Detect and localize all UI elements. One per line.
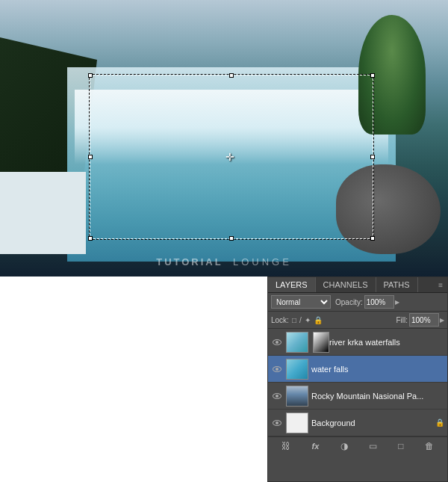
tab-channels[interactable]: CHANNELS: [316, 277, 376, 292]
watermark-lounge: LOUNGE: [233, 256, 292, 268]
layer-row[interactable]: Background 🔒: [268, 410, 447, 436]
opacity-input[interactable]: [364, 295, 394, 309]
handle-mr[interactable]: [370, 155, 375, 159]
lock-transparent-icon[interactable]: □: [292, 316, 296, 324]
layer-effects-button[interactable]: fx: [308, 440, 322, 452]
handle-bl[interactable]: [88, 236, 93, 241]
thumb-img-1: [287, 333, 308, 352]
layer-row[interactable]: Rocky Mountain Nasional Pa...: [268, 383, 447, 410]
layer-row[interactable]: water falls: [268, 356, 447, 383]
selection-box: ✛: [90, 75, 373, 239]
layers-list: river krka waterfalls water falls Rocky …: [268, 329, 447, 436]
opacity-label: Opacity:: [335, 298, 363, 306]
white-area: [0, 172, 86, 254]
panel-tabs: LAYERS CHANNELS PATHS ≡: [268, 277, 447, 293]
layer-name-4: Background: [311, 418, 432, 427]
blend-mode-select[interactable]: Normal Dissolve Multiply Screen Overlay: [271, 295, 331, 309]
layer-visibility-1[interactable]: [271, 336, 283, 348]
thumb-img-2: [287, 359, 308, 379]
delete-layer-button[interactable]: 🗑: [422, 439, 437, 453]
lock-image-icon[interactable]: /: [299, 316, 302, 324]
canvas-area: ✛ TUTORIAL LOUNGE: [0, 0, 448, 276]
lock-all-icon[interactable]: 🔒: [314, 316, 323, 324]
layer-thumb-4: [286, 413, 308, 433]
move-icon: ✛: [225, 151, 234, 163]
lock-position-icon[interactable]: ✦: [305, 316, 311, 324]
panel-footer: ⛓ fx ◑ ▭ □ 🗑: [268, 436, 447, 455]
layer-mask-1: [313, 332, 329, 353]
thumb-img-3: [287, 386, 308, 406]
handle-tr[interactable]: [370, 73, 375, 78]
layer-lock-4: 🔒: [435, 418, 444, 427]
layer-visibility-2[interactable]: [271, 363, 283, 375]
thumb-img-4: [287, 413, 308, 433]
adjustment-layer-button[interactable]: ◑: [337, 439, 351, 453]
link-layers-button[interactable]: ⛓: [279, 439, 293, 453]
eye-icon-4: [273, 420, 281, 426]
lock-row: Lock: □ / ✦ 🔒 Fill: ▶: [268, 312, 447, 329]
handle-ml[interactable]: [88, 155, 93, 159]
handle-tm[interactable]: [229, 73, 234, 78]
layer-thumb-1: [286, 332, 308, 353]
watermark-tutorial: TUTORIAL: [156, 256, 223, 268]
new-layer-button[interactable]: □: [395, 439, 406, 453]
layer-visibility-3[interactable]: [271, 390, 283, 402]
eye-icon-3: [273, 393, 281, 399]
lock-label: Lock:: [271, 316, 289, 324]
layer-visibility-4[interactable]: [271, 417, 283, 429]
tab-paths[interactable]: PATHS: [376, 277, 418, 292]
opacity-arrow[interactable]: ▶: [395, 299, 399, 306]
layer-thumb-3: [286, 386, 308, 407]
watermark: TUTORIAL LOUNGE: [156, 256, 292, 268]
fill-label: Fill:: [396, 316, 408, 324]
handle-tl[interactable]: [88, 73, 93, 78]
layer-row[interactable]: river krka waterfalls: [268, 329, 447, 356]
panel-menu-button[interactable]: ≡: [434, 278, 447, 292]
tab-layers[interactable]: LAYERS: [268, 277, 316, 292]
blend-mode-row: Normal Dissolve Multiply Screen Overlay …: [268, 293, 447, 312]
layer-name-2: water falls: [311, 365, 444, 374]
eye-icon-1: [273, 339, 281, 345]
layer-thumb-2: [286, 359, 308, 380]
layer-name-1: river krka waterfalls: [329, 338, 444, 347]
layer-name-3: Rocky Mountain Nasional Pa...: [311, 392, 444, 401]
fill-input[interactable]: [409, 313, 439, 327]
handle-bm[interactable]: [229, 236, 234, 241]
panels-area: LAYERS CHANNELS PATHS ≡ Normal Dissolve …: [267, 276, 448, 482]
fill-arrow[interactable]: ▶: [440, 317, 444, 324]
handle-br[interactable]: [370, 236, 375, 241]
layer-group-button[interactable]: ▭: [366, 439, 380, 453]
eye-icon-2: [273, 366, 281, 372]
